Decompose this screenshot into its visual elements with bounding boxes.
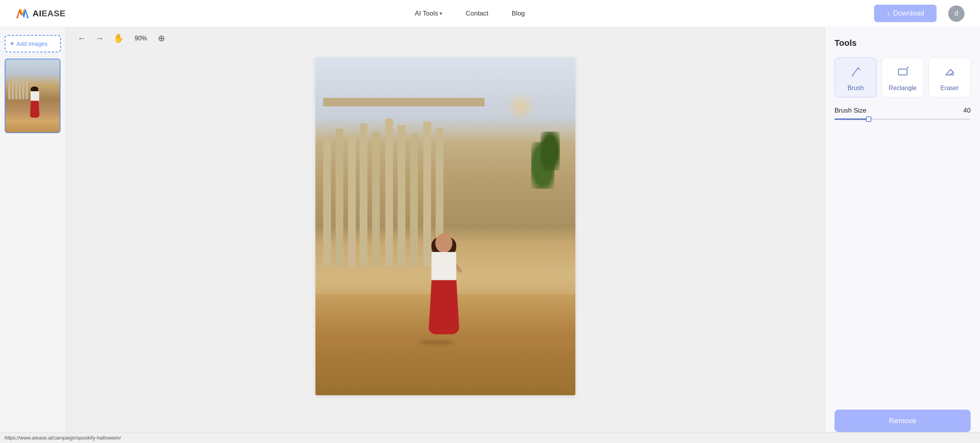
nav-blog[interactable]: Blog: [512, 10, 525, 17]
svg-rect-4: [899, 69, 907, 75]
slider-fill: [835, 118, 869, 120]
rectangle-icon: [897, 66, 909, 81]
redo-icon: →: [95, 33, 104, 43]
logo-text: AIEASE: [33, 9, 66, 19]
plus-icon: +: [10, 40, 14, 48]
remove-button[interactable]: Remove: [835, 410, 971, 432]
chevron-down-icon: ▾: [440, 10, 442, 16]
tools-grid: Brush Rectangle: [835, 57, 971, 97]
eraser-icon: [944, 66, 956, 81]
download-button[interactable]: ↓ Download: [874, 5, 937, 22]
nav-center: AI Tools ▾ Contact Blog: [415, 10, 525, 17]
status-url: https://www.aiease.ai/campaign/spookify-…: [5, 435, 121, 441]
svg-marker-2: [23, 9, 29, 18]
zoom-level: 90%: [135, 35, 147, 42]
eraser-label: Eraser: [940, 85, 959, 92]
brush-label: Brush: [848, 85, 864, 92]
brush-size-section: Brush Size 40: [835, 107, 971, 120]
brush-size-label: Brush Size: [835, 107, 866, 115]
brush-icon: [850, 66, 862, 81]
undo-icon: ←: [78, 33, 86, 43]
rectangle-label: Rectangle: [888, 85, 916, 92]
canvas-wrapper[interactable]: [66, 50, 825, 443]
download-icon: ↓: [887, 9, 890, 17]
sun-highlight: [506, 91, 537, 122]
photo-canvas: [315, 57, 575, 395]
nav-right: ↓ Download d: [874, 5, 964, 22]
tool-rectangle[interactable]: Rectangle: [881, 57, 924, 97]
crosshair-icon: ⊕: [158, 33, 165, 43]
hand-tool-button[interactable]: ✋: [113, 33, 124, 43]
tool-brush[interactable]: Brush: [835, 57, 877, 97]
image-thumbnail[interactable]: [5, 59, 61, 133]
redo-button[interactable]: →: [95, 33, 104, 43]
logo-icon: [16, 7, 29, 21]
logo[interactable]: AIEASE: [16, 7, 66, 21]
avatar[interactable]: d: [948, 5, 964, 22]
hand-icon: ✋: [113, 33, 124, 43]
tool-eraser[interactable]: Eraser: [928, 57, 971, 97]
canvas-area: ← → ✋ 90% ⊕: [66, 27, 825, 443]
brush-size-header: Brush Size 40: [835, 107, 971, 115]
header: AIEASE AI Tools ▾ Contact Blog ↓ Downloa…: [0, 0, 980, 27]
undo-button[interactable]: ←: [78, 33, 86, 43]
brush-size-slider[interactable]: [835, 118, 971, 120]
status-bar: https://www.aiease.ai/campaign/spookify-…: [0, 432, 980, 443]
svg-line-3: [857, 67, 858, 68]
svg-marker-0: [16, 9, 23, 18]
brush-size-value: 40: [963, 107, 971, 115]
person-figure: [424, 233, 463, 334]
slider-thumb[interactable]: [866, 116, 871, 122]
add-images-button[interactable]: + Add Images: [5, 35, 61, 52]
left-sidebar: + Add Images: [0, 27, 66, 443]
svg-point-6: [907, 67, 909, 68]
tools-title: Tools: [835, 38, 971, 48]
nav-ai-tools[interactable]: AI Tools ▾: [415, 10, 442, 17]
crosshair-button[interactable]: ⊕: [158, 33, 165, 43]
main-image: [315, 57, 575, 395]
main-layout: + Add Images: [0, 27, 980, 443]
toolbar: ← → ✋ 90% ⊕: [66, 27, 825, 50]
right-panel: Tools Brush: [825, 27, 980, 443]
nav-contact[interactable]: Contact: [466, 10, 488, 17]
